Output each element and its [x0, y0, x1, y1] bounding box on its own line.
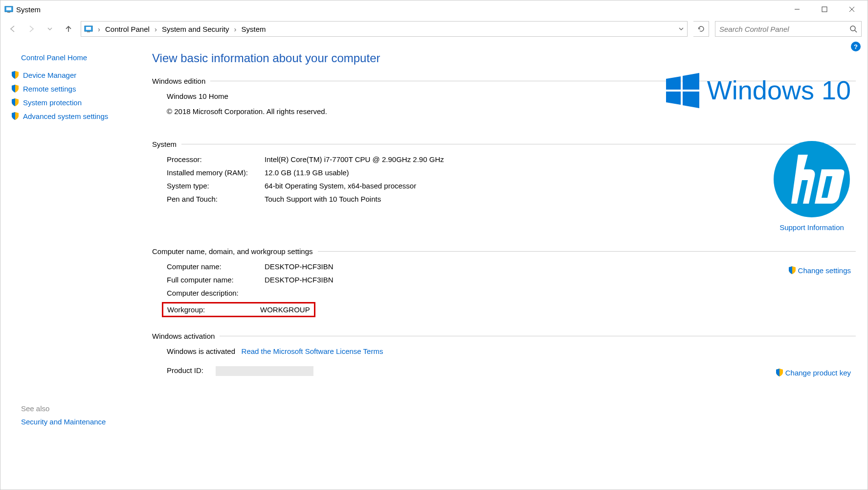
back-button[interactable] [6, 23, 19, 35]
system-icon [84, 24, 93, 33]
section-heading: System [152, 140, 181, 148]
up-button[interactable] [62, 23, 75, 35]
window-title: System [13, 5, 783, 14]
windows-copyright: © 2018 Microsoft Corporation. All rights… [167, 107, 856, 116]
sidebar-item-label: System protection [23, 98, 82, 107]
breadcrumb-item[interactable]: System [241, 25, 266, 33]
see-also-security-maintenance[interactable]: Security and Maintenance [21, 418, 131, 426]
sidebar-link-system-protection[interactable]: System protection [11, 98, 131, 107]
section-heading: Computer name, domain, and workgroup set… [152, 247, 318, 256]
change-product-key-label: Change product key [785, 369, 851, 377]
product-id-label: Product ID: [167, 366, 216, 376]
svg-marker-15 [683, 92, 699, 108]
manufacturer-area: Support Information [773, 140, 851, 232]
section-divider [220, 336, 856, 336]
section-heading: Windows edition [152, 77, 210, 85]
svg-line-11 [855, 30, 857, 32]
full-computer-name-label: Full computer name: [167, 276, 265, 284]
shield-icon [11, 84, 19, 93]
windows-icon [664, 72, 700, 108]
change-product-key-link[interactable]: Change product key [776, 368, 851, 377]
support-information-link[interactable]: Support Information [773, 223, 851, 232]
full-computer-name-value: DESKTOP-HCF3IBN [265, 276, 856, 284]
processor-value: Intel(R) Core(TM) i7-7700T CPU @ 2.90GHz… [265, 155, 856, 163]
sidebar-link-remote-settings[interactable]: Remote settings [11, 84, 131, 93]
section-activation: Windows activation Change product key Wi… [152, 332, 856, 376]
ram-value: 12.0 GB (11.9 GB usable) [265, 168, 856, 177]
sidebar-link-advanced-settings[interactable]: Advanced system settings [11, 112, 131, 120]
pen-touch-value: Touch Support with 10 Touch Points [265, 195, 856, 203]
breadcrumb-bar[interactable]: › Control Panel › System and Security › … [81, 21, 688, 37]
svg-point-10 [850, 26, 855, 31]
shield-icon [11, 98, 19, 107]
windows-text: Windows 10 [707, 75, 851, 105]
minimize-button[interactable] [783, 1, 811, 17]
ram-label: Installed memory (RAM): [167, 168, 265, 177]
chevron-right-icon[interactable]: › [155, 25, 157, 33]
section-divider [181, 144, 856, 144]
chevron-down-icon[interactable] [678, 26, 684, 32]
section-heading: Windows activation [152, 332, 220, 340]
section-divider [318, 251, 856, 252]
processor-label: Processor: [167, 155, 265, 163]
shield-icon [11, 112, 19, 120]
search-input[interactable] [719, 25, 849, 33]
main-panel: ? View basic information about your comp… [137, 40, 868, 490]
system-type-label: System type: [167, 182, 265, 190]
sidebar-link-device-manager[interactable]: Device Manager [11, 70, 131, 79]
search-icon[interactable] [849, 25, 857, 33]
sidebar-item-label: Advanced system settings [23, 112, 108, 120]
system-type-value: 64-bit Operating System, x64-based proce… [265, 182, 856, 190]
hp-logo-icon [773, 140, 851, 218]
computer-name-label: Computer name: [167, 262, 265, 271]
svg-rect-1 [6, 7, 11, 10]
recent-dropdown[interactable] [44, 23, 56, 35]
workgroup-value: WORKGROUP [260, 305, 310, 314]
shield-icon [788, 266, 796, 275]
license-terms-link[interactable]: Read the Microsoft Software License Term… [242, 347, 383, 355]
svg-rect-9 [87, 31, 90, 32]
svg-marker-14 [666, 92, 681, 105]
shield-icon [776, 368, 783, 377]
close-button[interactable] [838, 1, 866, 17]
computer-description-label: Computer description: [167, 289, 265, 297]
address-bar: › Control Panel › System and Security › … [0, 18, 868, 40]
workgroup-label: Workgroup: [167, 305, 260, 314]
shield-icon [11, 70, 19, 79]
help-icon[interactable]: ? [851, 42, 861, 51]
computer-name-value: DESKTOP-HCF3IBN [265, 262, 856, 271]
computer-description-value [265, 289, 856, 297]
product-id-value [216, 366, 313, 376]
windows-logo: Windows 10 [664, 72, 851, 108]
forward-button[interactable] [25, 23, 38, 35]
section-windows-edition: Windows edition Windows 10 Windows 10 Ho… [152, 77, 856, 116]
breadcrumb-item[interactable]: System and Security [162, 25, 229, 33]
svg-rect-8 [86, 27, 91, 30]
chevron-right-icon[interactable]: › [98, 25, 100, 33]
change-settings-link[interactable]: Change settings [788, 266, 851, 275]
control-panel-home-link[interactable]: Control Panel Home [21, 53, 133, 62]
svg-marker-13 [683, 73, 699, 90]
section-computer-name: Computer name, domain, and workgroup set… [152, 247, 856, 317]
pen-touch-label: Pen and Touch: [167, 195, 265, 203]
chevron-right-icon[interactable]: › [234, 25, 236, 33]
sidebar-item-label: Remote settings [23, 85, 76, 93]
system-icon [4, 5, 13, 14]
sidebar: Control Panel Home Device Manager Remote… [0, 40, 137, 490]
activation-status: Windows is activated [167, 347, 235, 355]
see-also-heading: See also [21, 404, 131, 413]
svg-rect-2 [7, 12, 10, 13]
maximize-button[interactable] [811, 1, 838, 17]
change-settings-label: Change settings [798, 266, 851, 275]
svg-marker-12 [666, 76, 681, 90]
svg-rect-4 [822, 7, 827, 12]
refresh-button[interactable] [693, 21, 709, 37]
page-title: View basic information about your comput… [152, 51, 856, 65]
titlebar: System [0, 0, 868, 18]
workgroup-highlight: Workgroup: WORKGROUP [162, 302, 315, 317]
breadcrumb-item[interactable]: Control Panel [105, 25, 150, 33]
search-box[interactable] [715, 21, 862, 37]
sidebar-item-label: Device Manager [23, 71, 76, 79]
section-system: System Support Information Processor:Int… [152, 140, 856, 203]
